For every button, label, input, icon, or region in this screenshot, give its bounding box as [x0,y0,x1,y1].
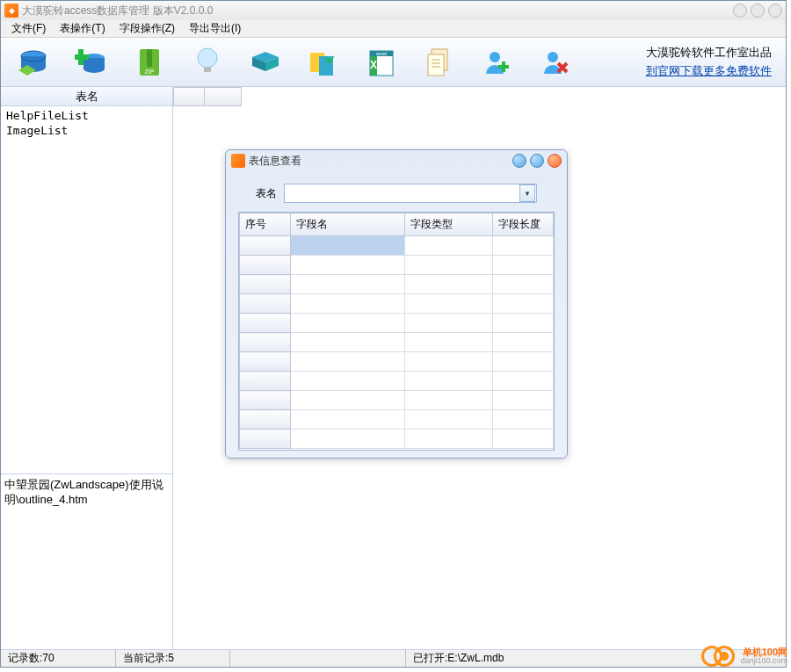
dialog-body: 表名 ▼ 序号 字段名 字段类型 字段长度 [226,171,567,458]
table-row[interactable] [240,314,554,333]
toolbar: ZIP excelX 大漠驼铃软件工作室出品 到官网下载更多免费软件 [1,38,786,87]
lightbulb-button[interactable] [189,44,226,81]
status-records: 记录数:70 [1,650,115,667]
table-row[interactable] [240,275,554,294]
combo-dropdown-button[interactable]: ▼ [519,184,535,202]
toolbar-info: 大漠驼铃软件工作室出品 到官网下载更多免费软件 [646,44,772,81]
window-controls [733,4,782,18]
table-name-label: 表名 [256,186,277,201]
status-current: 当前记录:5 [115,650,229,667]
status-empty [229,650,405,667]
svg-rect-10 [204,67,211,72]
official-link[interactable]: 到官网下载更多免费软件 [646,64,772,77]
table-row[interactable] [240,333,554,352]
grid-column-header[interactable] [205,87,242,106]
svg-text:ZIP: ZIP [145,69,155,75]
app-icon: ◆ [4,4,18,18]
list-item[interactable]: HelpFileList [3,108,171,123]
dialog-close-button[interactable] [548,154,562,168]
svg-point-26 [548,52,558,62]
table-list[interactable]: HelpFileList ImageList [1,106,172,473]
svg-point-23 [490,52,500,62]
menubar: 文件(F) 表操作(T) 字段操作(Z) 导出导出(I) [1,20,786,38]
table-row[interactable] [240,410,554,430]
menu-file[interactable]: 文件(F) [6,19,51,38]
compress-button[interactable]: ZIP [131,44,168,81]
table-row[interactable] [240,294,554,314]
close-button[interactable] [768,4,782,18]
sidebar-header: 表名 [1,87,172,106]
col-header-index[interactable]: 序号 [240,213,291,236]
table-row[interactable] [240,236,554,256]
fields-table: 序号 字段名 字段类型 字段长度 [239,213,554,449]
fields-table-wrap: 序号 字段名 字段类型 字段长度 [238,212,555,451]
menu-field-ops[interactable]: 字段操作(Z) [114,19,180,38]
book-button[interactable] [247,44,284,81]
svg-rect-19 [428,54,444,76]
dialog-titlebar[interactable]: 表信息查看 [226,150,567,171]
grid-corner[interactable] [173,87,205,106]
maximize-button[interactable] [751,4,765,18]
table-row[interactable] [240,430,554,449]
status-opened: 已打开:E:\ZwL.mdb [405,650,786,667]
import-button[interactable] [305,44,342,81]
svg-rect-6 [147,49,152,67]
remove-user-button[interactable] [537,44,574,81]
table-name-input[interactable] [285,187,519,199]
col-header-fieldlen[interactable]: 字段长度 [493,213,554,236]
grid-header [173,87,786,108]
open-db-button[interactable] [15,44,52,81]
minimize-button[interactable] [733,4,747,18]
documents-button[interactable] [421,44,458,81]
dialog-title: 表信息查看 [249,154,301,169]
col-header-fieldtype[interactable]: 字段类型 [405,213,493,236]
sidebar-preview: 中望景园(ZwLandscape)使用说明\outline_4.htm [1,473,172,649]
dialog-icon [231,154,245,168]
titlebar: ◆ 大漠驼铃access数据库管理 版本V2.0.0.0 [1,1,786,20]
table-row[interactable] [240,256,554,275]
menu-table-ops[interactable]: 表操作(T) [54,19,110,38]
window-title: 大漠驼铃access数据库管理 版本V2.0.0.0 [22,4,213,18]
excel-button[interactable]: excelX [363,44,400,81]
svg-rect-4 [75,54,89,60]
svg-text:excel: excel [376,51,387,56]
menu-import-export[interactable]: 导出导出(I) [184,19,246,38]
dialog-minimize-button[interactable] [512,154,526,168]
statusbar: 记录数:70 当前记录:5 已打开:E:\ZwL.mdb [1,649,786,667]
table-info-dialog: 表信息查看 表名 ▼ 序号 字段名 字段类型 字段长度 [225,149,568,459]
fields-table-body [240,236,554,449]
table-row[interactable] [240,391,554,410]
studio-name: 大漠驼铃软件工作室出品 [646,44,772,62]
dialog-form-row: 表名 ▼ [238,178,555,212]
table-name-combo[interactable]: ▼ [284,184,537,203]
list-item[interactable]: ImageList [3,123,171,138]
dialog-maximize-button[interactable] [530,154,544,168]
svg-text:X: X [370,59,377,71]
col-header-fieldname[interactable]: 字段名 [291,213,405,236]
add-db-button[interactable] [73,44,110,81]
table-row[interactable] [240,352,554,372]
svg-rect-25 [498,65,509,69]
add-user-button[interactable] [479,44,516,81]
table-row[interactable] [240,372,554,391]
sidebar: 表名 HelpFileList ImageList 中望景园(ZwLandsca… [1,87,173,649]
